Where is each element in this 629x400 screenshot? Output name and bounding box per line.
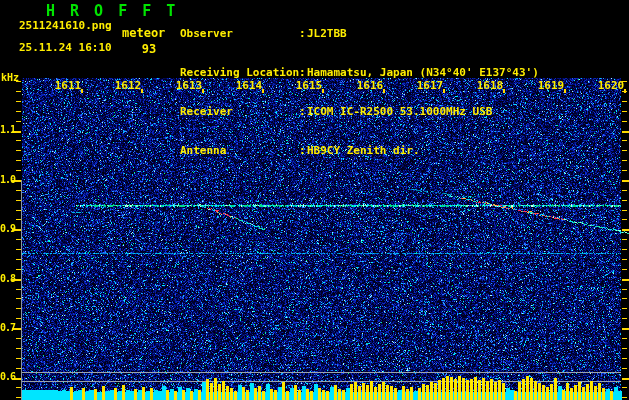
info-label: Antenna <box>180 144 299 157</box>
info-colon: : <box>299 105 307 118</box>
info-value: JL2TBB <box>307 27 347 40</box>
freq-tick-label: 0.6 <box>0 371 14 382</box>
station-info: Observer:JL2TBB Receiving Location:Hamam… <box>180 1 539 183</box>
time-tick-label: 1615 <box>294 79 324 92</box>
freq-tick-label: 1.0 <box>0 174 14 185</box>
hrofft-screen: H R O F F T 2511241610.png meteor 25.11.… <box>0 0 629 400</box>
info-row-antenna: Antenna:HB9CY Zenith dir. <box>180 144 539 157</box>
info-value: ICOM IC-R2500 53.1000MHz USB <box>307 105 492 118</box>
freq-tick-label: 0.8 <box>0 273 14 284</box>
time-tick-label: 1620 <box>596 79 626 92</box>
mode-label: meteor <box>122 26 165 40</box>
info-value: HB9CY Zenith dir. <box>307 144 420 157</box>
freq-tick-label: 1.1 <box>0 124 14 135</box>
time-tick-label: 1614 <box>234 79 264 92</box>
time-tick-label: 1613 <box>174 79 204 92</box>
freq-tick-label: 0.7 <box>0 322 14 333</box>
freq-axis-unit: kHz <box>1 72 19 83</box>
info-label: Observer <box>180 27 299 40</box>
info-row-location: Receiving Location:Hamamatsu, Japan (N34… <box>180 66 539 79</box>
output-filename: 2511241610.png <box>19 19 112 32</box>
info-label: Receiver <box>180 105 299 118</box>
time-tick-label: 1616 <box>355 79 385 92</box>
datetime-label: 25.11.24 16:10 <box>19 41 112 54</box>
time-tick-label: 1611 <box>53 79 83 92</box>
info-value: Hamamatsu, Japan (N34°40' E137°43') <box>307 66 539 79</box>
time-tick-label: 1618 <box>475 79 505 92</box>
meteor-count: 93 <box>134 42 164 56</box>
app-title: H R O F F T <box>46 2 178 20</box>
info-colon: : <box>299 66 307 79</box>
time-tick-label: 1617 <box>415 79 445 92</box>
info-label: Receiving Location <box>180 66 299 79</box>
info-colon: : <box>299 27 307 40</box>
time-tick-label: 1612 <box>113 79 143 92</box>
info-row-receiver: Receiver:ICOM IC-R2500 53.1000MHz USB <box>180 105 539 118</box>
info-colon: : <box>299 144 307 157</box>
info-row-observer: Observer:JL2TBB <box>180 27 539 40</box>
freq-tick-label: 0.9 <box>0 223 14 234</box>
time-tick-label: 1619 <box>536 79 566 92</box>
